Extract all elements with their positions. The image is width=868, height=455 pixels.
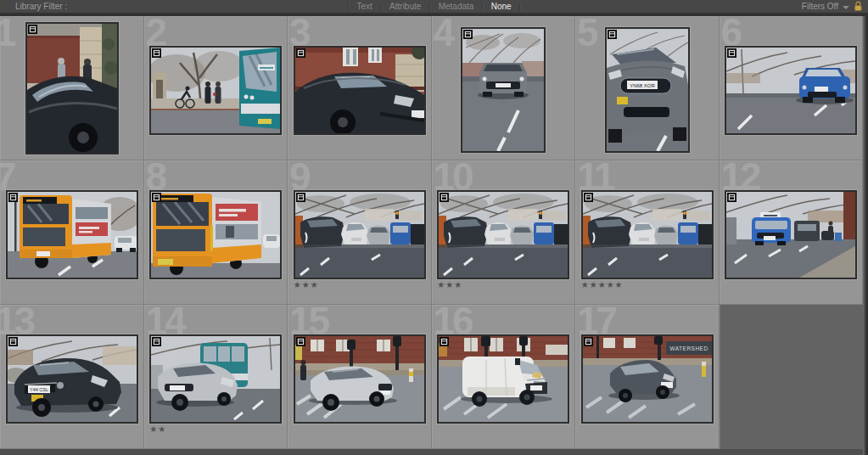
photo-thumbnail[interactable]	[149, 190, 282, 279]
grid-cell[interactable]: 6	[720, 16, 864, 160]
grid-row: 1 2 3 4 5	[0, 16, 863, 160]
grid-cell[interactable]: 16	[432, 305, 576, 449]
star-rating[interactable]: ★★★★★	[581, 281, 714, 289]
photo-thumbnail[interactable]	[294, 334, 426, 424]
svg-text:Y44 CSL: Y44 CSL	[30, 387, 48, 392]
grid-cell[interactable]: 2	[144, 16, 288, 160]
photo-scene	[151, 336, 280, 422]
grid-cell[interactable]: 14 ★★	[144, 305, 288, 449]
photo-scene	[151, 192, 280, 278]
photo-thumbnail[interactable]	[149, 334, 282, 424]
grid-cell[interactable]: 17 WATERSHED	[575, 305, 720, 449]
photo-thumbnail[interactable]	[6, 190, 138, 279]
crop-badge-icon[interactable]	[8, 193, 18, 202]
photo-scene	[726, 48, 855, 133]
photo-thumbnail[interactable]	[294, 190, 426, 279]
photo-scene: WATERSHED	[583, 336, 712, 422]
bottom-edge-strip	[0, 449, 868, 455]
photo-scene	[295, 192, 424, 278]
grid-cell[interactable]: 9 ★★★	[288, 160, 432, 305]
crop-badge-icon[interactable]	[28, 25, 37, 34]
crop-badge-icon[interactable]	[8, 337, 18, 346]
photo-scene: Y44 CSL	[8, 336, 137, 422]
divider	[0, 13, 868, 16]
right-panel-edge[interactable]	[863, 13, 868, 455]
crop-badge-icon[interactable]	[296, 337, 305, 346]
crop-badge-icon[interactable]	[727, 193, 736, 202]
grid-cell[interactable]: 1	[0, 16, 144, 160]
filter-option-attribute[interactable]: Attribute	[382, 2, 428, 11]
photo-scene	[295, 336, 424, 422]
crop-badge-icon[interactable]	[727, 48, 736, 58]
crop-badge-icon[interactable]	[608, 30, 617, 39]
cell-index-number: 4	[434, 13, 453, 52]
star-rating[interactable]: ★★★	[437, 281, 569, 289]
library-filter-label: Library Filter :	[15, 2, 67, 11]
filter-option-metadata[interactable]: Metadata	[431, 2, 482, 11]
photo-scene	[295, 48, 424, 133]
filters-off-dropdown[interactable]: Filters Off	[802, 2, 838, 11]
grid-cell[interactable]: 7	[0, 160, 144, 305]
photo-thumbnail[interactable]	[725, 190, 857, 279]
library-filter-bar: Library Filter : | Text | Attribute | Me…	[0, 0, 868, 13]
grid-cell[interactable]: 5 YN68 XOR	[575, 16, 720, 160]
grid-cell[interactable]: 15	[288, 305, 432, 449]
star-rating[interactable]: ★★	[149, 425, 282, 434]
star-rating[interactable]: ★★★	[294, 281, 426, 289]
photo-thumbnail[interactable]	[437, 190, 569, 279]
photo-thumbnail[interactable]	[294, 46, 426, 135]
crop-badge-icon[interactable]	[584, 193, 593, 202]
svg-text:WATERSHED: WATERSHED	[669, 345, 708, 351]
grid-row: 7 8 9 ★★★10	[0, 160, 863, 305]
crop-badge-icon[interactable]	[463, 30, 473, 39]
chevron-down-icon	[843, 6, 849, 9]
grid-row: 13 Y44 CSL 14 ★★15 16	[0, 305, 863, 449]
photo-scene	[439, 192, 568, 278]
photo-thumbnail[interactable]	[149, 46, 282, 135]
crop-badge-icon[interactable]	[296, 193, 305, 202]
photo-thumbnail[interactable]	[725, 46, 857, 135]
crop-badge-icon[interactable]	[584, 337, 593, 346]
grid-cell[interactable]: 10 ★★★	[432, 160, 576, 305]
grid-cell[interactable]: 8	[144, 160, 288, 305]
grid-cell[interactable]: 11 ★★★★★	[575, 160, 720, 305]
photo-thumbnail[interactable]	[437, 334, 569, 424]
crop-badge-icon[interactable]	[152, 337, 161, 346]
svg-text:YN68 XOR: YN68 XOR	[630, 83, 655, 88]
grid-cell[interactable]: 12	[720, 160, 864, 305]
cell-index-number: 1	[0, 13, 14, 52]
photo-thumbnail[interactable]: Y44 CSL	[6, 334, 138, 424]
crop-badge-icon[interactable]	[152, 48, 161, 58]
crop-badge-icon[interactable]	[152, 193, 161, 202]
photo-scene	[8, 192, 137, 278]
grid-cell[interactable]: 13 Y44 CSL	[0, 305, 144, 449]
photo-thumbnail[interactable]: WATERSHED	[581, 334, 714, 424]
photo-scene	[151, 48, 280, 133]
photo-scene	[27, 24, 117, 153]
photo-thumbnail[interactable]: YN68 XOR	[605, 27, 690, 153]
empty-grid-slot	[720, 305, 864, 449]
crop-badge-icon[interactable]	[440, 337, 449, 346]
photo-scene	[583, 192, 712, 278]
photo-thumbnail[interactable]	[581, 190, 714, 279]
filter-options: | Text | Attribute | Metadata | None |	[347, 2, 521, 11]
photo-scene	[726, 192, 855, 278]
photo-scene: YN68 XOR	[607, 29, 688, 151]
crop-badge-icon[interactable]	[296, 48, 305, 58]
cell-index-number: 5	[577, 13, 596, 52]
photo-thumbnail[interactable]	[25, 22, 119, 154]
grid-cell[interactable]: 4	[432, 16, 576, 160]
photo-grid: 1 2 3 4 5	[0, 16, 863, 449]
filter-preset-group: Filters Off	[802, 1, 863, 12]
divider: |	[519, 3, 521, 11]
photo-scene	[462, 29, 544, 151]
photo-scene	[439, 336, 568, 422]
grid-cell[interactable]: 3	[288, 16, 432, 160]
crop-badge-icon[interactable]	[440, 193, 449, 202]
filter-option-none[interactable]: None	[484, 2, 519, 11]
lock-icon[interactable]	[854, 1, 863, 12]
photo-thumbnail[interactable]	[461, 27, 546, 153]
filter-option-text[interactable]: Text	[349, 2, 379, 11]
